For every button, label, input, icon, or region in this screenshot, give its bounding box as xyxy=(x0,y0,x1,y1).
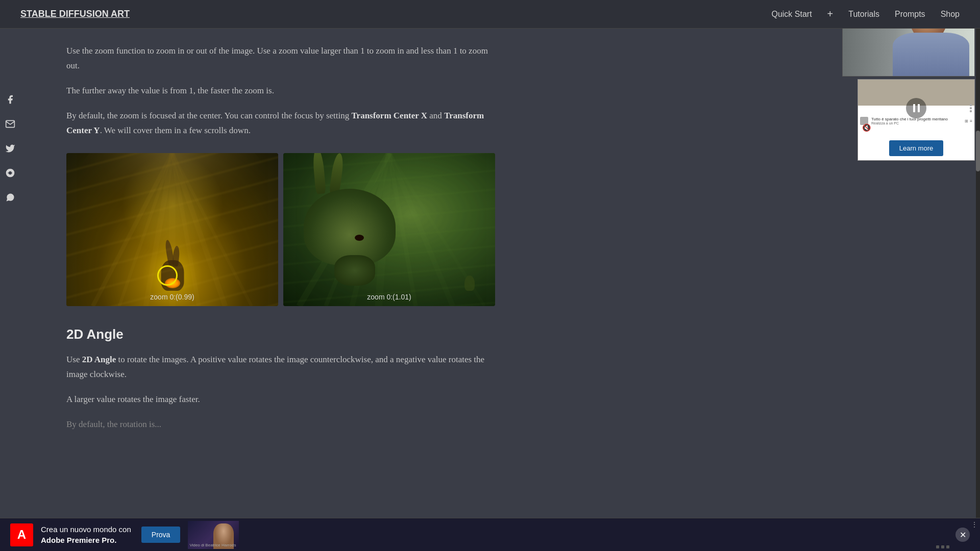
site-title[interactable]: STABLE DIFFUSION ART xyxy=(20,9,130,19)
video-area: Tutto è sparato che i tuoi progetti meri… xyxy=(858,80,974,136)
paragraph-2d-angle-blurred: By default, the rotation is... xyxy=(66,417,495,432)
pause-bar-1 xyxy=(913,104,915,112)
image-left-label: zoom 0:(0.99) xyxy=(150,293,194,301)
ad-thumbnail: Video di Beatrice Harrods xyxy=(188,521,239,549)
pause-icon xyxy=(913,104,920,112)
video-ad-icons: ⊞ ≡ xyxy=(965,119,972,123)
pause-bar-2 xyxy=(918,104,920,112)
person-body xyxy=(893,33,969,76)
rabbit-eye xyxy=(355,235,364,241)
svg-line-7 xyxy=(173,153,226,306)
svg-line-6 xyxy=(173,153,199,306)
svg-line-2 xyxy=(93,153,173,306)
zoom-images-row: zoom 0:(0.99) xyxy=(66,153,495,306)
ad-text-line1: Crea un nuovo mondo con xyxy=(41,524,131,535)
video-player: Tutto è sparato che i tuoi progetti meri… xyxy=(857,79,975,161)
learn-more-button[interactable]: Learn more xyxy=(889,140,943,156)
bottom-ad-banner: A Crea un nuovo mondo con Adobe Premiere… xyxy=(0,518,980,551)
paragraph-2d-angle-speed: A larger value rotates the image faster. xyxy=(66,392,495,407)
nav-links: Quick Start + Tutorials Prompts Shop xyxy=(771,8,960,20)
top-navigation: STABLE DIFFUSION ART Quick Start + Tutor… xyxy=(0,0,980,29)
nav-prompts[interactable]: Prompts xyxy=(895,10,925,19)
ad-video-label: Video di Beatrice Harrods xyxy=(189,543,236,547)
image-right-label: zoom 0:(1.01) xyxy=(367,293,411,301)
video-ad-text: Tutto è sparato che i tuoi progetti meri… xyxy=(871,117,948,125)
section-heading-2d-angle: 2D Angle xyxy=(66,327,495,342)
ad-text-line2: Adobe Premiere Pro. xyxy=(41,535,131,545)
twitter-icon[interactable] xyxy=(3,141,18,156)
volume-bars xyxy=(970,104,972,112)
small-rabbit xyxy=(464,276,475,291)
zoom-right-background xyxy=(283,153,495,306)
rabbit-ear-left xyxy=(164,240,175,266)
ad-cta-button[interactable]: Prova xyxy=(141,527,181,543)
rabbit-ear-right xyxy=(172,246,180,267)
pause-button[interactable] xyxy=(906,98,926,118)
adobe-logo: A xyxy=(10,523,33,546)
whatsapp-icon[interactable] xyxy=(3,190,18,205)
ad-close-button[interactable]: ✕ xyxy=(955,528,970,542)
paragraph-2d-angle-intro: Use 2D Angle to rotate the images. A pos… xyxy=(66,353,495,382)
svg-line-8 xyxy=(173,153,252,306)
rabbit-nose xyxy=(334,255,375,286)
ad-options-icon[interactable]: ⋮ xyxy=(971,521,977,529)
zoom-image-left: zoom 0:(0.99) xyxy=(66,153,278,306)
rabbit-head-shape xyxy=(304,189,396,265)
nav-shop[interactable]: Shop xyxy=(941,10,960,19)
social-sidebar xyxy=(0,92,20,205)
main-content: Use the zoom function to zoom in or out … xyxy=(26,29,526,473)
svg-point-1 xyxy=(77,153,268,245)
paragraph-zoom-center: By default, the zoom is focused at the c… xyxy=(66,109,495,138)
paragraph-zoom-intro: Use the zoom function to zoom in or out … xyxy=(66,44,495,73)
reddit-icon[interactable] xyxy=(3,165,18,181)
facebook-icon[interactable] xyxy=(3,92,18,107)
zoom-image-right: zoom 0:(1.01) xyxy=(283,153,495,306)
video-mute-icon[interactable]: 🔇 xyxy=(862,123,871,132)
bottom-ad-icons xyxy=(936,545,949,548)
nav-quick-start[interactable]: Quick Start xyxy=(771,10,812,19)
nav-plus-button[interactable]: + xyxy=(827,8,834,20)
scrollbar-thumb[interactable] xyxy=(976,131,980,171)
ad-text-content: Crea un nuovo mondo con Adobe Premiere P… xyxy=(41,524,131,545)
rabbit-head-right xyxy=(299,168,401,270)
email-icon[interactable] xyxy=(3,116,18,132)
paragraph-zoom-speed: The further away the value is from 1, th… xyxy=(66,84,495,98)
nav-tutorials[interactable]: Tutorials xyxy=(848,10,879,19)
scrollbar[interactable] xyxy=(976,29,980,551)
